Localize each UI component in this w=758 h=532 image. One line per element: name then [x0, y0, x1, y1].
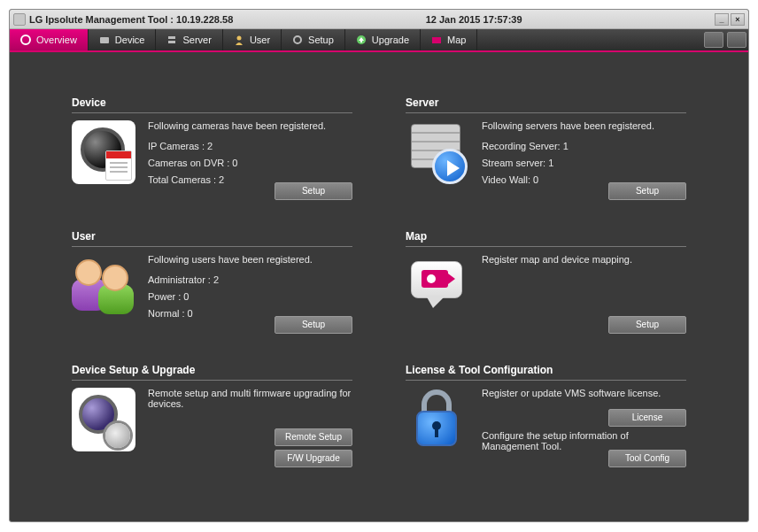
- license-desc: Register or update VMS software license.: [482, 388, 686, 398]
- stat-stream: Stream server: 1: [482, 158, 686, 168]
- license-panel: License & Tool Configuration Register or…: [406, 364, 686, 467]
- map-icon: [431, 35, 442, 45]
- tab-map[interactable]: Map: [421, 29, 477, 50]
- divider: [72, 112, 352, 113]
- tab-server[interactable]: Server: [156, 29, 222, 50]
- minimize-button[interactable]: _: [715, 13, 729, 26]
- panel-title: Device Setup & Upgrade: [72, 364, 352, 376]
- device-panel: Device Following cameras have been regis…: [72, 96, 352, 200]
- panel-title: Device: [72, 96, 352, 109]
- divider: [406, 112, 686, 113]
- camera-icon: [72, 120, 135, 184]
- camera-gear-icon: [72, 388, 135, 451]
- svg-point-0: [21, 35, 30, 44]
- svg-rect-7: [432, 37, 441, 43]
- toolconfig-desc: Configure the setup information of Manag…: [482, 430, 686, 451]
- panel-desc: Following cameras have been registered.: [148, 120, 352, 131]
- divider: [406, 380, 686, 381]
- overview-icon: [20, 35, 31, 45]
- stat-dvr-cameras: Cameras on DVR : 0: [148, 158, 352, 168]
- tab-label: User: [250, 35, 270, 45]
- stat-power: Power : 0: [148, 291, 352, 302]
- stat-recording: Recording Server: 1: [482, 141, 686, 151]
- tab-overview[interactable]: Overview: [10, 29, 89, 50]
- right-column: Server Following servers have been regis…: [406, 96, 686, 467]
- refresh-button[interactable]: [704, 32, 723, 48]
- panel-title: Map: [406, 230, 686, 243]
- map-bubble-icon: [406, 254, 469, 318]
- tab-label: Map: [447, 35, 466, 45]
- tab-label: Upgrade: [372, 35, 409, 45]
- svg-rect-2: [168, 36, 175, 39]
- panel-title: Server: [406, 96, 686, 109]
- left-column: Device Following cameras have been regis…: [72, 96, 352, 467]
- panel-title: User: [72, 230, 352, 243]
- app-title: LG Ipsolute Management Tool : 10.19.228.…: [29, 14, 233, 25]
- lock-icon: [406, 388, 469, 451]
- upgrade-panel: Device Setup & Upgrade Remote setup and …: [72, 364, 352, 467]
- panel-desc: Following users have been registered.: [148, 254, 352, 265]
- tab-user[interactable]: User: [223, 29, 282, 50]
- map-panel: Map Register map and device mapping. Set…: [406, 230, 686, 334]
- panel-desc: Remote setup and multi firmware upgradin…: [148, 388, 352, 409]
- fw-upgrade-button[interactable]: F/W Upgrade: [275, 450, 352, 467]
- map-setup-button[interactable]: Setup: [608, 316, 686, 334]
- user-setup-button[interactable]: Setup: [275, 316, 352, 334]
- stat-ip-cameras: IP Cameras : 2: [148, 141, 352, 151]
- server-setup-button[interactable]: Setup: [608, 182, 686, 200]
- titlebar: LG Ipsolute Management Tool : 10.19.228.…: [10, 10, 748, 29]
- tab-setup[interactable]: Setup: [282, 29, 345, 50]
- user-icon: [234, 35, 244, 45]
- server-play-icon: [406, 120, 469, 184]
- setup-icon: [292, 35, 303, 45]
- window-controls: _ ×: [715, 13, 745, 26]
- tool-config-button[interactable]: Tool Config: [608, 450, 686, 467]
- device-icon: [99, 35, 110, 45]
- device-setup-button[interactable]: Setup: [275, 182, 352, 200]
- user-panel: User Following users have been registere…: [72, 230, 352, 334]
- server-icon: [166, 35, 177, 45]
- license-button[interactable]: License: [608, 409, 686, 427]
- server-panel: Server Following servers have been regis…: [406, 96, 686, 200]
- app-icon: [13, 13, 26, 26]
- app-window: LG Ipsolute Management Tool : 10.19.228.…: [9, 9, 749, 522]
- panel-desc: Following servers have been registered.: [482, 120, 686, 131]
- svg-rect-3: [168, 41, 175, 43]
- close-button[interactable]: ×: [731, 13, 745, 26]
- upgrade-icon: [356, 35, 367, 45]
- tabbar: Overview Device Server User Setup: [10, 29, 748, 52]
- users-icon: [72, 254, 135, 318]
- tab-label: Overview: [36, 35, 77, 45]
- remote-setup-button[interactable]: Remote Setup: [275, 428, 352, 446]
- divider: [72, 380, 352, 381]
- svg-point-5: [294, 36, 301, 43]
- datetime: 12 Jan 2015 17:57:39: [233, 14, 715, 25]
- overview-content: Device Following cameras have been regis…: [10, 52, 748, 485]
- help-button[interactable]: [727, 32, 746, 48]
- divider: [72, 246, 352, 247]
- tab-device[interactable]: Device: [89, 29, 157, 50]
- tab-upgrade[interactable]: Upgrade: [345, 29, 421, 50]
- tab-label: Device: [115, 35, 145, 45]
- svg-point-4: [236, 36, 241, 41]
- stat-admin: Administrator : 2: [148, 274, 352, 285]
- panel-desc: Register map and device mapping.: [482, 254, 686, 265]
- divider: [406, 246, 686, 247]
- panel-title: License & Tool Configuration: [406, 364, 686, 376]
- tab-label: Server: [182, 35, 211, 45]
- tab-label: Setup: [308, 35, 334, 45]
- svg-rect-1: [100, 37, 109, 43]
